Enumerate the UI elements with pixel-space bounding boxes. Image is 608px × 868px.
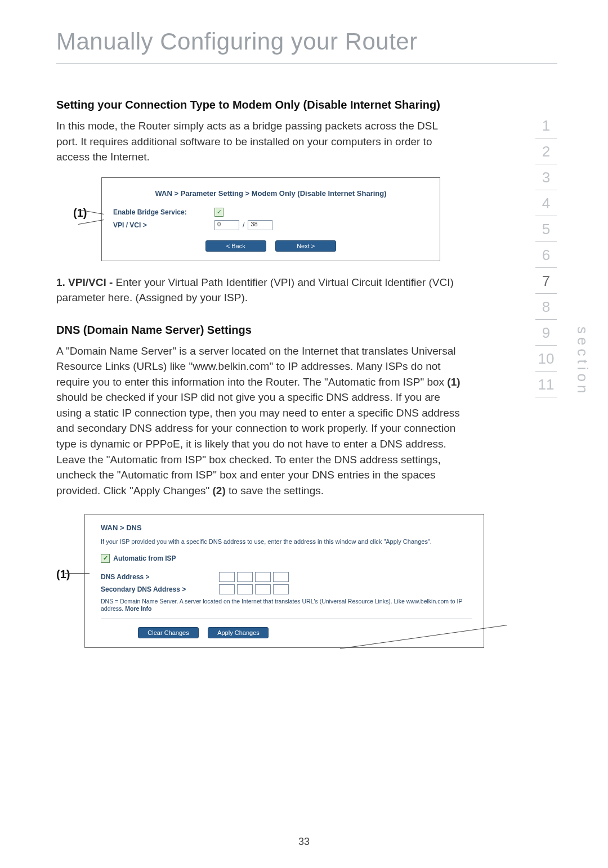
dns-body-a: A "Domain Name Server" is a server locat… <box>56 345 455 388</box>
dns-body-c: to save the settings. <box>226 485 324 496</box>
vpi-vci-label: VPI / VCI > <box>113 221 214 229</box>
page-number: 33 <box>0 836 608 848</box>
apply-changes-button[interactable]: Apply Changes <box>208 627 269 638</box>
secondary-dns-input[interactable] <box>219 584 289 594</box>
section-nav: section 1 2 3 4 5 6 7 8 9 10 11 <box>518 113 574 397</box>
section-nav-6[interactable]: 6 <box>518 242 574 267</box>
dns-address-label: DNS Address > <box>101 573 219 581</box>
back-button[interactable]: < Back <box>205 240 266 252</box>
enable-bridge-label: Enable Bridge Service: <box>113 208 214 216</box>
page-title: Manually Configuring your Router <box>56 28 557 55</box>
section-nav-1[interactable]: 1 <box>518 113 574 138</box>
dns-screenshot: WAN > DNS If your ISP provided you with … <box>84 514 484 648</box>
dns-hint: If your ISP provided you with a specific… <box>101 538 472 545</box>
vpi-vci-item-label: 1. VPI/VCI - <box>56 276 116 288</box>
enable-bridge-checkbox[interactable]: ✓ <box>214 208 223 217</box>
section-nav-2[interactable]: 2 <box>518 138 574 164</box>
breadcrumb: WAN > Parameter Setting > Modem Only (Di… <box>113 189 428 198</box>
more-info-link[interactable]: More Info <box>125 605 151 612</box>
leader-line-icon <box>65 573 90 574</box>
automatic-from-isp-label: Automatic from ISP <box>113 554 176 562</box>
slash-separator: / <box>243 221 244 229</box>
dns-heading: DNS (Domain Name Server) Settings <box>56 323 462 338</box>
callout-1-dns: (1) <box>56 568 70 581</box>
callout-1-modem: (1) <box>73 207 87 220</box>
secondary-dns-label: Secondary DNS Address > <box>101 585 219 593</box>
page: Manually Configuring your Router section… <box>0 0 608 868</box>
section-nav-11[interactable]: 11 <box>518 372 574 397</box>
section-nav-8[interactable]: 8 <box>518 294 574 319</box>
section-nav-7[interactable]: 7 <box>518 268 574 293</box>
dns-body-b: should be checked if your ISP did not gi… <box>56 391 460 496</box>
modem-only-screenshot: WAN > Parameter Setting > Modem Only (Di… <box>101 177 440 261</box>
next-button[interactable]: Next > <box>275 240 336 252</box>
breadcrumb: WAN > DNS <box>101 524 472 532</box>
dns-fine-hint: DNS = Domain Name Server. A server locat… <box>101 598 472 613</box>
clear-changes-button[interactable]: Clear Changes <box>138 627 199 638</box>
title-rule <box>56 63 557 64</box>
section-nav-9[interactable]: 9 <box>518 320 574 345</box>
section-nav-3[interactable]: 3 <box>518 164 574 190</box>
section-nav-4[interactable]: 4 <box>518 190 574 216</box>
vpi-input[interactable]: 0 <box>214 220 239 230</box>
dns-body: A "Domain Name Server" is a server locat… <box>56 343 462 498</box>
dns-fine-hint-text: DNS = Domain Name Server. A server locat… <box>101 598 462 612</box>
section-label: section <box>574 326 591 396</box>
modem-only-body: In this mode, the Router simply acts as … <box>56 118 462 165</box>
divider <box>101 619 472 619</box>
dns-ref-2: (2) <box>213 485 226 496</box>
modem-only-heading: Setting your Connection Type to Modem On… <box>56 97 462 113</box>
section-nav-10[interactable]: 10 <box>518 346 574 371</box>
dns-ref-1: (1) <box>447 376 460 388</box>
vpi-vci-item-text: Enter your Virtual Path Identifier (VPI)… <box>56 276 454 304</box>
section-nav-5[interactable]: 5 <box>518 216 574 241</box>
content: Setting your Connection Type to Modem On… <box>56 97 462 648</box>
dns-address-input[interactable] <box>219 572 289 582</box>
vci-input[interactable]: 38 <box>248 220 272 230</box>
vpi-vci-description: 1. VPI/VCI - Enter your Virtual Path Ide… <box>56 275 462 306</box>
automatic-from-isp-checkbox[interactable]: ✓ <box>101 554 110 563</box>
